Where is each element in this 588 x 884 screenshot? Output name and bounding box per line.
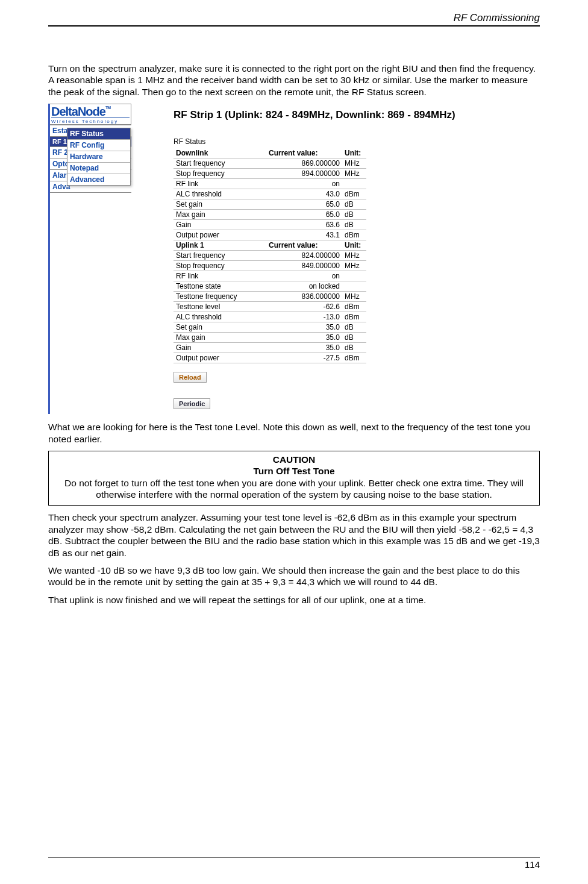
table-row: Testtone level-62.6dBm xyxy=(174,302,366,312)
row-label: Max gain xyxy=(174,210,266,220)
table-row: Set gain65.0dB xyxy=(174,199,366,210)
row-unit: MHz xyxy=(342,261,366,271)
page-header: RF Commissioning xyxy=(48,12,540,27)
row-label: Start frequency xyxy=(174,251,266,261)
logo-tm: TM xyxy=(105,105,110,110)
deltanode-logo: DeltaNodeTM Wireless Technology xyxy=(50,104,131,125)
caution-title: CAUTION xyxy=(55,454,533,465)
table-row: Testtone stateon locked xyxy=(174,281,366,292)
row-value: -13.0 xyxy=(266,312,342,322)
rf-status-table: DownlinkCurrent value:Unit:Start frequen… xyxy=(174,148,366,363)
row-label: RF link xyxy=(174,271,266,281)
table-row: Testtone frequency836.000000MHz xyxy=(174,292,366,302)
row-label: Max gain xyxy=(174,333,266,343)
row-unit xyxy=(342,271,366,281)
row-label: Testtone level xyxy=(174,302,266,312)
row-value: 35.0 xyxy=(266,343,342,353)
row-value: -27.5 xyxy=(266,353,342,363)
row-unit: dBm xyxy=(342,353,366,363)
col-header: Current value: xyxy=(266,240,342,251)
table-row: Output power43.1dBm xyxy=(174,230,366,240)
row-label: Stop frequency xyxy=(174,261,266,271)
row-label: Stop frequency xyxy=(174,169,266,179)
subnav-item[interactable]: Advanced xyxy=(67,174,130,185)
row-label: Output power xyxy=(174,230,266,240)
row-unit: MHz xyxy=(342,158,366,169)
row-label: Testtone frequency xyxy=(174,292,266,302)
row-value: on xyxy=(266,271,342,281)
caution-body: Do not forget to turn off the test tone … xyxy=(55,477,533,501)
row-unit: dB xyxy=(342,343,366,353)
table-row: RF linkon xyxy=(174,271,366,281)
col-header: Uplink 1 xyxy=(174,240,266,251)
row-label: Gain xyxy=(174,343,266,353)
col-header: Downlink xyxy=(174,148,266,158)
table-row: Max gain65.0dB xyxy=(174,210,366,220)
row-value: 836.000000 xyxy=(266,292,342,302)
table-row: Stop frequency849.000000MHz xyxy=(174,261,366,271)
section-title: RF Commissioning xyxy=(454,12,540,24)
subnav-list: RF StatusRF ConfigHardwareNotepadAdvance… xyxy=(67,128,131,186)
row-unit: dB xyxy=(342,220,366,230)
subnav-item[interactable]: RF Config xyxy=(67,140,130,151)
row-label: ALC threshold xyxy=(174,189,266,199)
col-header: Current value: xyxy=(266,148,342,158)
subnav-item[interactable]: Hardware xyxy=(67,151,130,163)
logo-name: DeltaNode xyxy=(51,105,105,118)
row-unit xyxy=(342,179,366,189)
row-value: 43.0 xyxy=(266,189,342,199)
main-panel: RF Strip 1 (Uplink: 824 - 849MHz, Downli… xyxy=(131,104,540,414)
row-value: on locked xyxy=(266,281,342,292)
row-value: 35.0 xyxy=(266,322,342,333)
row-unit: dB xyxy=(342,199,366,210)
row-value: 35.0 xyxy=(266,333,342,343)
row-unit: dB xyxy=(342,322,366,333)
table-row: ALC threshold43.0dBm xyxy=(174,189,366,199)
reload-button[interactable]: Reload xyxy=(174,372,207,383)
rf-strip-title: RF Strip 1 (Uplink: 824 - 849MHz, Downli… xyxy=(174,108,534,122)
table-row: Start frequency824.000000MHz xyxy=(174,251,366,261)
rf-status-screenshot: DeltaNodeTM Wireless Technology Estacion… xyxy=(48,104,540,414)
table-row: Set gain35.0dB xyxy=(174,322,366,333)
row-label: Output power xyxy=(174,353,266,363)
row-label: Testtone state xyxy=(174,281,266,292)
subnav-item[interactable]: Notepad xyxy=(67,163,130,174)
table-row: Output power-27.5dBm xyxy=(174,353,366,363)
table-row: Gain63.6dB xyxy=(174,220,366,230)
paragraph-1: Turn on the spectrum analyzer, make sure… xyxy=(48,63,540,98)
row-value: 824.000000 xyxy=(266,251,342,261)
table-row: ALC threshold-13.0dBm xyxy=(174,312,366,322)
paragraph-5: That uplink is now finished and we will … xyxy=(48,594,540,606)
row-value: 65.0 xyxy=(266,199,342,210)
paragraph-2: What we are looking for here is the Test… xyxy=(48,421,540,445)
row-unit: dB xyxy=(342,210,366,220)
row-label: RF link xyxy=(174,179,266,189)
table-row: Gain35.0dB xyxy=(174,343,366,353)
row-unit: dB xyxy=(342,333,366,343)
row-value: -62.6 xyxy=(266,302,342,312)
row-unit: dBm xyxy=(342,302,366,312)
row-unit xyxy=(342,281,366,292)
row-unit: MHz xyxy=(342,169,366,179)
sidebar: DeltaNodeTM Wireless Technology Estacion… xyxy=(50,104,131,186)
col-header: Unit: xyxy=(342,240,366,251)
col-header: Unit: xyxy=(342,148,366,158)
subnav-item[interactable]: RF Status xyxy=(67,128,130,140)
caution-box: CAUTION Turn Off Test Tone Do not forget… xyxy=(48,451,540,506)
table-row: Start frequency869.000000MHz xyxy=(174,158,366,169)
row-unit: dBm xyxy=(342,312,366,322)
periodic-button[interactable]: Periodic xyxy=(174,398,210,409)
row-label: Set gain xyxy=(174,199,266,210)
row-label: ALC threshold xyxy=(174,312,266,322)
row-value: 43.1 xyxy=(266,230,342,240)
row-label: Start frequency xyxy=(174,158,266,169)
row-value: 65.0 xyxy=(266,210,342,220)
row-value: 63.6 xyxy=(266,220,342,230)
caution-subtitle: Turn Off Test Tone xyxy=(55,465,533,477)
paragraph-3: Then check your spectrum analyzer. Assum… xyxy=(48,512,540,559)
table-row: Max gain35.0dB xyxy=(174,333,366,343)
row-unit: MHz xyxy=(342,251,366,261)
row-value: 849.000000 xyxy=(266,261,342,271)
row-value: 869.000000 xyxy=(266,158,342,169)
row-value: 894.000000 xyxy=(266,169,342,179)
